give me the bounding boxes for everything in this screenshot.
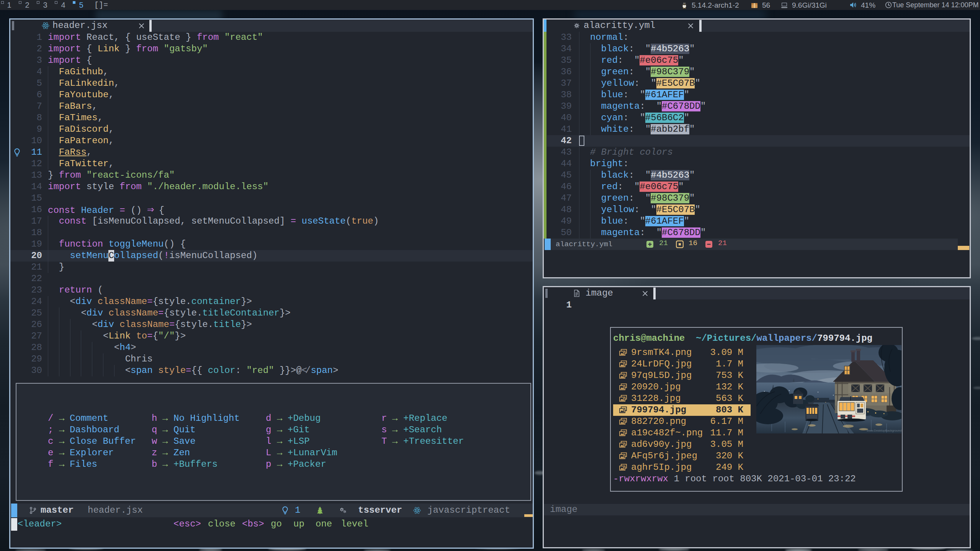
svg-text:www.DesktopBackground.org: www.DesktopBackground.org [866,429,901,432]
